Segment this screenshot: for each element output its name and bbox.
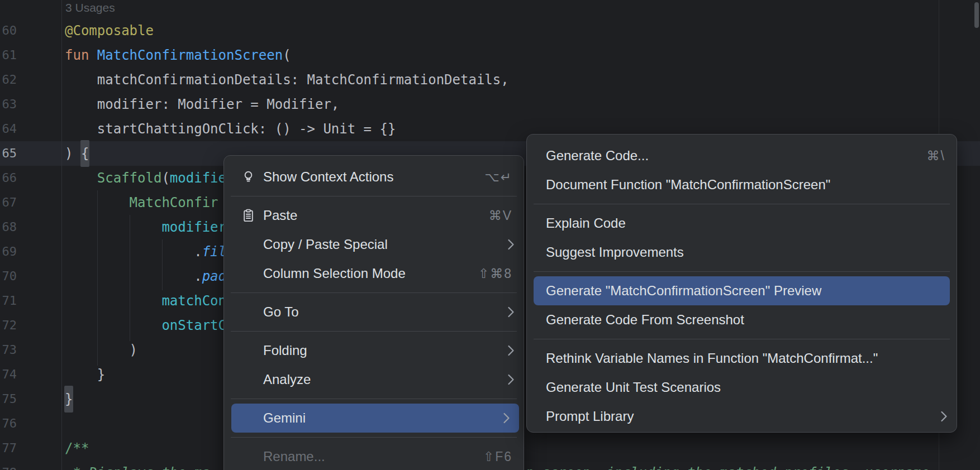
line-number: 77 [0, 436, 17, 461]
code-text[interactable]: } [65, 362, 105, 387]
code-text[interactable]: fun MatchConfirmationScreen( [65, 43, 291, 68]
code-token: fun [65, 47, 97, 63]
menu-separator [534, 271, 950, 272]
menu-item-explain-code[interactable]: Explain Code [527, 209, 957, 238]
menu-item-label: Go To [263, 304, 299, 320]
submenu-chevron-icon [507, 345, 515, 357]
code-text[interactable]: Scaffold(modifier [65, 166, 234, 190]
menu-item-label: Gemini [263, 410, 306, 426]
line-number: 68 [0, 215, 17, 239]
clipboard-icon [241, 208, 256, 223]
code-token: modifier: Modifier = Modifier, [65, 97, 339, 112]
shortcut-label: ⌥↵ [484, 170, 512, 185]
code-token: onStartC [161, 318, 226, 333]
code-token: startChattingOnClick: () -> Unit = {} [65, 121, 396, 137]
line-number: 70 [0, 264, 17, 289]
line-number: 65 [0, 141, 17, 166]
shortcut-label: ⇧⌘8 [478, 266, 512, 281]
code-text[interactable]: MatchConfir [65, 190, 218, 215]
code-token: { [80, 140, 89, 167]
code-text[interactable]: matchCon [65, 289, 226, 313]
line-number: 75 [0, 387, 17, 411]
line-number: 69 [0, 239, 17, 264]
code-text[interactable]: ) { [65, 141, 89, 166]
menu-separator [231, 196, 517, 196]
menu-item-label: Generate "MatchConfirmationScreen" Previ… [546, 283, 821, 299]
code-token: MatchConfir [130, 195, 218, 210]
shortcut-label: ⌘\ [927, 148, 945, 164]
code-token [65, 318, 161, 333]
menu-item-analyze[interactable]: Analyze [224, 365, 524, 394]
code-text[interactable]: ) [65, 338, 137, 362]
code-token: ( [161, 170, 169, 186]
line-number: 76 [0, 411, 17, 436]
code-line-60[interactable]: 60@Composable [0, 18, 980, 43]
code-text[interactable]: @Composable [65, 18, 154, 43]
menu-separator [534, 204, 950, 204]
menu-item-rethink-variable-names-in-function-match[interactable]: Rethink Variable Names in Function "Matc… [527, 344, 957, 373]
code-token: matchConfirmationDetails: MatchConfirmat… [65, 72, 509, 88]
code-token: * Displays the ma [65, 465, 210, 470]
menu-item-label: Generate Unit Test Scenarios [546, 380, 721, 395]
menu-item-label: Rename... [263, 449, 325, 464]
menu-item-gemini[interactable]: Gemini [231, 404, 519, 433]
code-token: Scaffold [97, 170, 162, 186]
menu-item-document-function-matchconfirmationscree[interactable]: Document Function "MatchConfirmationScre… [527, 170, 957, 199]
submenu-chevron-icon [940, 411, 948, 423]
menu-item-paste[interactable]: Paste⌘V [224, 201, 524, 230]
menu-item-rename[interactable]: Rename...⇧F6 [224, 442, 524, 470]
line-number: 74 [0, 362, 17, 387]
code-text[interactable]: matchConfirmationDetails: MatchConfirmat… [65, 68, 509, 92]
menu-item-label: Analyze [263, 372, 311, 387]
submenu-chevron-icon [507, 374, 515, 386]
code-text[interactable]: /** [65, 436, 89, 461]
gemini-submenu: Generate Code...⌘\Document Function "Mat… [526, 134, 957, 433]
code-text[interactable]: } [65, 387, 73, 411]
menu-item-column-selection-mode[interactable]: Column Selection Mode⇧⌘8 [224, 259, 524, 288]
menu-item-prompt-library[interactable]: Prompt Library [527, 402, 957, 431]
code-token: fil [202, 244, 226, 260]
usages-inlay-hint[interactable]: 3 Usages [65, 1, 115, 15]
code-text[interactable]: onStartC [65, 313, 226, 338]
menu-item-folding[interactable]: Folding [224, 336, 524, 365]
code-line-63[interactable]: 63 modifier: Modifier = Modifier, [0, 92, 980, 117]
code-token [65, 195, 130, 210]
shortcut-label: ⇧F6 [483, 449, 512, 464]
line-number: 63 [0, 92, 17, 117]
line-number: 62 [0, 68, 17, 92]
code-text[interactable]: * Displays the ma [65, 461, 210, 470]
menu-item-label: Column Selection Mode [263, 266, 406, 281]
line-number: 66 [0, 166, 17, 190]
code-token: } [65, 367, 105, 382]
editor-context-menu: Show Context Actions⌥↵Paste⌘VCopy / Past… [223, 155, 524, 470]
code-text[interactable]: modifier: Modifier = Modifier, [65, 92, 339, 117]
submenu-chevron-icon [507, 239, 515, 251]
code-token [65, 170, 97, 186]
code-line-61[interactable]: 61fun MatchConfirmationScreen( [0, 43, 980, 68]
menu-item-generate-code-from-screenshot[interactable]: Generate Code From Screenshot [527, 305, 957, 334]
menu-item-generate-code[interactable]: Generate Code...⌘\ [527, 141, 957, 170]
menu-item-suggest-improvements[interactable]: Suggest Improvements [527, 238, 957, 267]
menu-item-label: Paste [263, 208, 297, 223]
code-text[interactable]: modifier [65, 215, 226, 239]
code-text[interactable]: startChattingOnClick: () -> Unit = {} [65, 117, 396, 141]
menu-separator [231, 399, 517, 399]
code-token: @Composable [65, 23, 154, 39]
code-line-62[interactable]: 62 matchConfirmationDetails: MatchConfir… [0, 68, 980, 92]
menu-item-copy-paste-special[interactable]: Copy / Paste Special [224, 230, 524, 259]
code-text[interactable]: .pad [65, 264, 226, 289]
menu-item-show-context-actions[interactable]: Show Context Actions⌥↵ [224, 162, 524, 191]
code-token: pad [202, 268, 226, 284]
menu-item-generate-matchconfirmationscreen-preview[interactable]: Generate "MatchConfirmationScreen" Previ… [534, 276, 950, 305]
menu-item-generate-unit-test-scenarios[interactable]: Generate Unit Test Scenarios [527, 373, 957, 402]
menu-item-go-to[interactable]: Go To [224, 298, 524, 327]
ide-screenshot: { "editor": { "usages_hint": "3 Usages",… [0, 0, 980, 470]
menu-item-label: Generate Code... [546, 148, 649, 164]
vertical-scrollbar-thumb[interactable] [974, 2, 979, 28]
menu-item-label: Prompt Library [546, 409, 634, 424]
code-text[interactable]: .fil [65, 239, 226, 264]
code-token: . [65, 244, 202, 260]
doc-comment-right-fragment[interactable]: n screen, including the matched profiles… [526, 461, 929, 470]
submenu-chevron-icon [503, 413, 510, 424]
line-number: 73 [0, 338, 17, 362]
